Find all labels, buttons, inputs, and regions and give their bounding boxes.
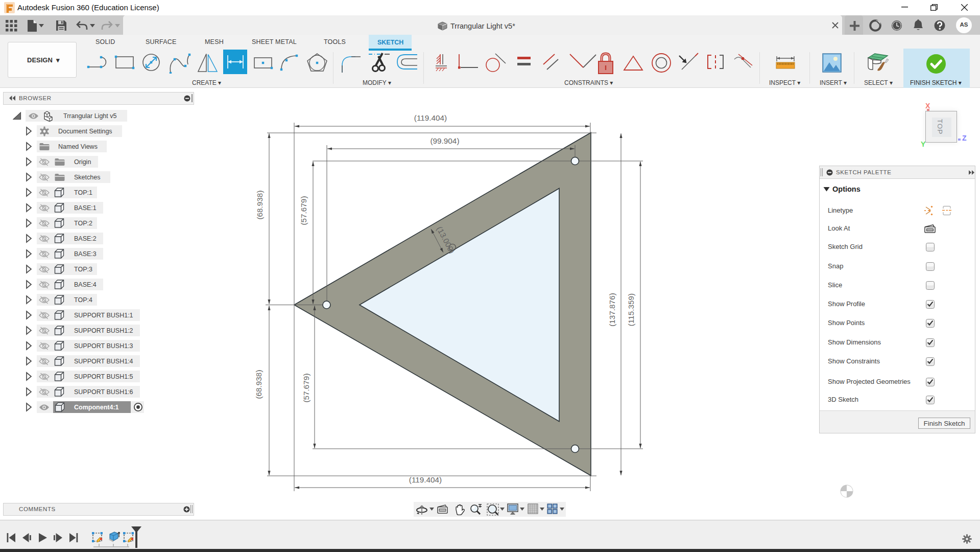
svg-text:(68.938): (68.938): [254, 370, 263, 399]
svg-text:(115.359): (115.359): [627, 293, 635, 326]
svg-text:(99.904): (99.904): [431, 136, 460, 145]
svg-text:(119.404): (119.404): [409, 475, 442, 484]
svg-text:(68.938): (68.938): [255, 191, 264, 220]
svg-text:(57.679): (57.679): [302, 374, 310, 403]
svg-text:(137.876): (137.876): [608, 293, 616, 326]
svg-text:(119.404): (119.404): [414, 113, 447, 122]
svg-text:(57.679): (57.679): [299, 196, 308, 225]
